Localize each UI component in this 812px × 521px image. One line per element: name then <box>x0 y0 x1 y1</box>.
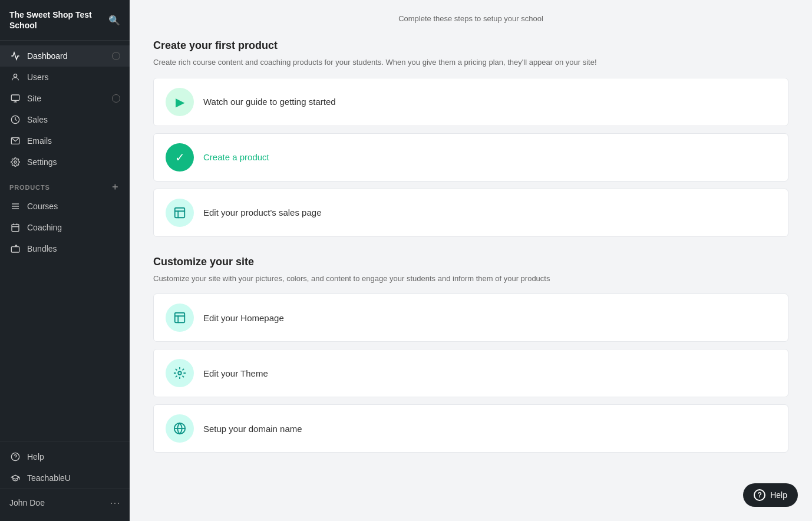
customize-site-title: Customize your site <box>153 256 788 268</box>
nav-circle <box>112 52 120 60</box>
edit-theme-label: Edit your Theme <box>203 368 268 378</box>
watch-guide-label: Watch our guide to getting started <box>203 97 336 107</box>
svg-rect-10 <box>12 225 19 232</box>
svg-point-0 <box>14 74 16 77</box>
edit-theme-icon <box>166 359 194 387</box>
footer-label-teachableu: TeachableU <box>27 473 71 483</box>
site-icon <box>9 94 21 103</box>
emails-icon <box>9 136 21 146</box>
sidebar-item-bundles[interactable]: Bundles <box>0 238 130 259</box>
courses-icon <box>9 202 21 211</box>
settings-icon <box>9 157 21 167</box>
svg-point-6 <box>14 161 16 163</box>
products-section-label: PRODUCTS ＋ <box>0 173 130 196</box>
sidebar-label-dashboard: Dashboard <box>27 51 68 61</box>
create-product-card[interactable]: ✓ Create a product <box>153 133 788 182</box>
sidebar-label-bundles: Bundles <box>27 244 57 253</box>
watch-guide-icon: ▶ <box>166 88 194 116</box>
sidebar-header: The Sweet Shop Test School 🔍 <box>0 0 130 41</box>
sidebar-item-coaching[interactable]: Coaching <box>0 217 130 238</box>
svg-rect-17 <box>175 207 185 217</box>
edit-theme-card[interactable]: Edit your Theme <box>153 349 788 397</box>
user-menu[interactable]: John Doe ⋯ <box>0 489 130 516</box>
first-product-section: Create your first product Create rich co… <box>153 39 788 237</box>
svg-rect-1 <box>11 95 19 100</box>
sales-icon <box>9 115 21 124</box>
dashboard-icon <box>9 51 21 61</box>
setup-domain-label: Setup your domain name <box>203 424 302 434</box>
user-menu-dots[interactable]: ⋯ <box>110 496 120 509</box>
sidebar-nav: Dashboard Users Site Sales Emails Settin… <box>0 41 130 441</box>
customize-site-desc: Customize your site with your pictures, … <box>153 273 788 285</box>
create-product-label: Create a product <box>203 152 269 162</box>
setup-domain-card[interactable]: Setup your domain name <box>153 404 788 453</box>
sidebar-label-settings: Settings <box>27 157 57 167</box>
help-fab[interactable]: ? Help <box>743 483 798 507</box>
help-fab-icon: ? <box>754 489 765 501</box>
school-name: The Sweet Shop Test School <box>9 9 108 31</box>
coaching-icon <box>9 223 21 232</box>
nav-circle <box>112 94 120 103</box>
main-content: Complete these steps to setup your schoo… <box>130 0 812 521</box>
help-icon <box>9 452 21 461</box>
footer-label-help: Help <box>27 452 44 461</box>
sidebar-item-emails[interactable]: Emails <box>0 130 130 151</box>
svg-point-23 <box>178 371 181 375</box>
sidebar-label-users: Users <box>27 72 49 82</box>
first-product-title: Create your first product <box>153 39 788 52</box>
edit-sales-page-card[interactable]: Edit your product's sales page <box>153 189 788 237</box>
sidebar-label-courses: Courses <box>27 202 58 211</box>
footer-item-help[interactable]: Help <box>0 446 130 467</box>
search-icon[interactable]: 🔍 <box>108 15 120 26</box>
sidebar: The Sweet Shop Test School 🔍 Dashboard U… <box>0 0 130 521</box>
edit-homepage-icon <box>166 304 194 332</box>
help-fab-label: Help <box>770 490 787 500</box>
edit-homepage-label: Edit your Homepage <box>203 313 284 323</box>
sidebar-label-site: Site <box>27 94 41 103</box>
add-product-icon[interactable]: ＋ <box>110 181 120 193</box>
sidebar-item-settings[interactable]: Settings <box>0 151 130 173</box>
sidebar-item-courses[interactable]: Courses <box>0 196 130 217</box>
sidebar-item-users[interactable]: Users <box>0 67 130 88</box>
sidebar-item-site[interactable]: Site <box>0 88 130 109</box>
edit-sales-page-label: Edit your product's sales page <box>203 207 321 217</box>
user-name: John Doe <box>9 498 110 507</box>
bundles-icon <box>9 244 21 253</box>
edit-homepage-card[interactable]: Edit your Homepage <box>153 294 788 342</box>
edit-sales-page-icon <box>166 199 194 227</box>
sidebar-label-coaching: Coaching <box>27 223 62 232</box>
svg-rect-20 <box>175 313 185 323</box>
sidebar-footer: Help TeachableU John Doe ⋯ <box>0 441 130 521</box>
sidebar-label-sales: Sales <box>27 115 48 124</box>
users-icon <box>9 72 21 82</box>
sidebar-label-emails: Emails <box>27 136 52 146</box>
svg-rect-14 <box>11 247 19 252</box>
sidebar-item-dashboard[interactable]: Dashboard <box>0 45 130 67</box>
page-subtitle: Complete these steps to setup your schoo… <box>153 14 788 23</box>
watch-guide-card[interactable]: ▶ Watch our guide to getting started <box>153 78 788 126</box>
setup-domain-icon <box>166 414 194 443</box>
footer-item-teachableu[interactable]: TeachableU <box>0 467 130 489</box>
first-product-desc: Create rich course content and coaching … <box>153 57 788 68</box>
sidebar-item-sales[interactable]: Sales <box>0 109 130 130</box>
teachableu-icon <box>9 473 21 483</box>
customize-site-section: Customize your site Customize your site … <box>153 256 788 453</box>
create-product-icon: ✓ <box>166 143 194 172</box>
